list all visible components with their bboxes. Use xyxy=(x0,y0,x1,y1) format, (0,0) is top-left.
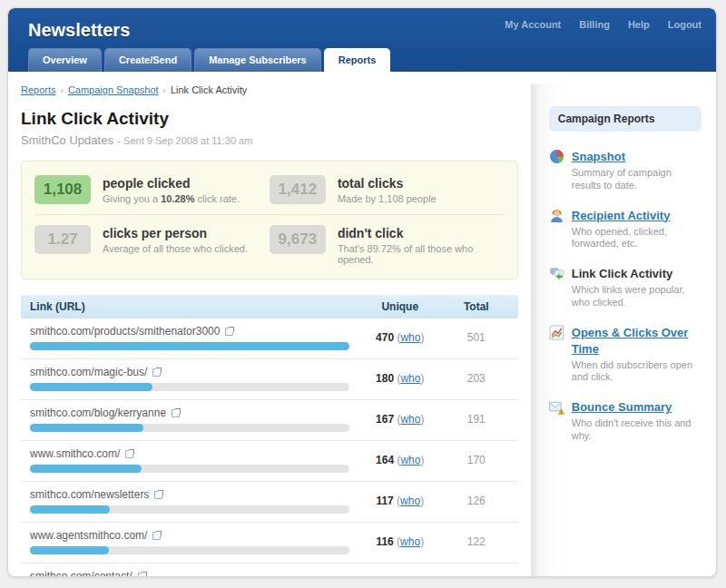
nav-my-account[interactable]: My Account xyxy=(505,19,561,30)
table-row: smithco.com/newsletters 117 (who) 126 xyxy=(21,482,518,523)
click-bar xyxy=(30,546,109,554)
person-icon xyxy=(549,208,564,223)
table-row: smithco.com/magic-bus/ 180 (who) 203 xyxy=(21,359,518,400)
stat-label: didn't click xyxy=(338,225,505,240)
tab-reports[interactable]: Reports xyxy=(324,48,391,72)
stat-value-badge: 9,673 xyxy=(270,225,326,254)
sidebar-item-link-click-activity: Link Click Activity Which links were pop… xyxy=(549,265,701,309)
line-chart-icon xyxy=(549,325,564,340)
link-url: smithco.com/blog/kerryanne xyxy=(30,407,166,419)
breadcrumb: Reports›Campaign Snapshot›Link Click Act… xyxy=(21,84,518,95)
stat-value-badge: 1,412 xyxy=(270,175,326,204)
link-url: www.agentsmithco.com/ xyxy=(30,529,147,542)
breadcrumb-separator: › xyxy=(159,85,171,95)
stat-desc: Made by 1,108 people xyxy=(338,193,437,204)
stat-value-badge: 1,108 xyxy=(34,175,91,204)
stats-row: 1,108 people clicked Giving you a 10.28%… xyxy=(34,165,505,215)
sidebar-link: Link Click Activity xyxy=(572,267,673,280)
sent-date: - Sent 9 Sep 2008 at 11:30 am xyxy=(117,135,252,146)
total-count: 122 xyxy=(444,535,509,548)
utility-nav: My Account Billing Help Logout xyxy=(505,19,701,30)
external-link-icon[interactable] xyxy=(152,368,161,377)
total-count: 191 xyxy=(444,413,509,426)
sidebar-item-recipient-activity: Recipient Activity Who opened, clicked, … xyxy=(549,207,701,251)
total-count: 203 xyxy=(444,372,509,385)
external-link-icon[interactable] xyxy=(154,491,162,499)
sidebar-item-desc: When did subscribers open and click. xyxy=(572,359,701,385)
main-column: Reports›Campaign Snapshot›Link Click Act… xyxy=(21,84,518,577)
external-link-icon[interactable] xyxy=(225,328,233,336)
total-count: 73 xyxy=(444,576,509,577)
breadcrumb-reports[interactable]: Reports xyxy=(21,84,56,95)
click-bar xyxy=(30,383,152,391)
breadcrumb-current: Link Click Activity xyxy=(171,84,247,95)
stat-people-clicked: 1,108 people clicked Giving you a 10.28%… xyxy=(34,175,270,204)
click-bar-track xyxy=(30,546,349,554)
link-url: smithco.com/contact/ xyxy=(30,570,132,577)
total-count: 126 xyxy=(444,495,509,507)
sidebar-item-desc: Who opened, clicked, forwarded, etc. xyxy=(572,226,701,251)
app-window: Newsletters My Account Billing Help Logo… xyxy=(7,7,717,577)
tab-manage-subscribers[interactable]: Manage Subscribers xyxy=(194,48,321,72)
who-link[interactable]: who xyxy=(400,495,420,507)
click-bar-track xyxy=(30,424,349,432)
stat-label: clicks per person xyxy=(103,225,248,240)
stat-total-clicks: 1,412 total clicks Made by 1,108 people xyxy=(270,175,505,204)
external-link-icon[interactable] xyxy=(138,573,146,578)
who-link[interactable]: who xyxy=(400,535,420,548)
sidebar-item-desc: Who didn't receive this and why. xyxy=(572,417,701,443)
nav-help[interactable]: Help xyxy=(628,19,650,30)
stat-desc: Giving you a 10.28% click rate. xyxy=(103,193,240,204)
top-header: Newsletters My Account Billing Help Logo… xyxy=(8,8,716,72)
click-bar-track xyxy=(30,505,349,514)
click-bar xyxy=(30,342,349,350)
click-bar xyxy=(30,465,142,473)
external-link-icon[interactable] xyxy=(125,450,133,458)
who-link[interactable]: who xyxy=(400,413,420,426)
campaign-reports-sidebar: Campaign Reports Snapshot Summary of cam… xyxy=(531,84,707,577)
sidebar-link[interactable]: Opens & Clicks Over Time xyxy=(572,326,689,356)
external-link-icon[interactable] xyxy=(152,532,161,540)
stat-clicks-per-person: 1.27 clicks per person Average of all th… xyxy=(34,225,270,265)
tab-overview[interactable]: Overview xyxy=(28,48,102,72)
tab-create-send[interactable]: Create/Send xyxy=(104,48,191,72)
unique-count-cell: 167 (who) xyxy=(357,413,444,426)
who-link[interactable]: who xyxy=(400,331,420,344)
stat-label: people clicked xyxy=(103,175,240,191)
unique-count-cell: 470 (who) xyxy=(357,331,444,344)
breadcrumb-campaign-snapshot[interactable]: Campaign Snapshot xyxy=(68,84,159,95)
stat-desc: That's 89.72% of all those who opened. xyxy=(338,243,505,265)
external-link-icon[interactable] xyxy=(172,409,180,417)
click-bar-track xyxy=(30,342,349,350)
sidebar-item-bounce-summary: Bounce Summary Who didn't receive this a… xyxy=(549,398,701,443)
link-url: smithco.com/magic-bus/ xyxy=(30,366,147,378)
sidebar-item-snapshot: Snapshot Summary of campaign results to … xyxy=(549,148,701,192)
stat-value-badge: 1.27 xyxy=(34,225,91,254)
total-count: 501 xyxy=(444,331,509,344)
page-title: Link Click Activity xyxy=(21,109,518,129)
table-row: smithco.com/contact/ 72 (who) 73 xyxy=(21,564,518,577)
table-row: smithco.com/blog/kerryanne 167 (who) 191 xyxy=(21,400,518,441)
sidebar-link[interactable]: Bounce Summary xyxy=(572,400,672,414)
campaign-subtitle: SmithCo Updates - Sent 9 Sep 2008 at 11:… xyxy=(21,132,518,148)
stat-didnt-click: 9,673 didn't click That's 89.72% of all … xyxy=(270,225,505,265)
who-link[interactable]: who xyxy=(400,372,420,385)
link-url: www.smithco.com/ xyxy=(30,447,120,460)
table-row: www.smithco.com/ 164 (who) 170 xyxy=(21,441,518,482)
sidebar-title: Campaign Reports xyxy=(549,106,701,132)
link-url: smithco.com/products/smithenator3000 xyxy=(30,325,220,338)
who-link[interactable]: who xyxy=(400,454,420,466)
stats-row: 1.27 clicks per person Average of all th… xyxy=(34,215,505,275)
campaign-name: SmithCo Updates xyxy=(21,133,113,147)
table-header: Link (URL) Unique Total xyxy=(21,295,518,318)
who-link[interactable]: who xyxy=(397,576,417,577)
total-count: 170 xyxy=(444,454,509,466)
nav-logout[interactable]: Logout xyxy=(668,19,701,30)
unique-count-cell: 180 (who) xyxy=(357,372,444,385)
click-bar-track xyxy=(30,383,349,391)
nav-billing[interactable]: Billing xyxy=(579,19,610,30)
breadcrumb-separator: › xyxy=(56,85,68,95)
sidebar-link[interactable]: Recipient Activity xyxy=(572,209,671,222)
sidebar-link[interactable]: Snapshot xyxy=(572,150,625,163)
sidebar-item-desc: Which links were popular, who clicked. xyxy=(572,284,701,309)
